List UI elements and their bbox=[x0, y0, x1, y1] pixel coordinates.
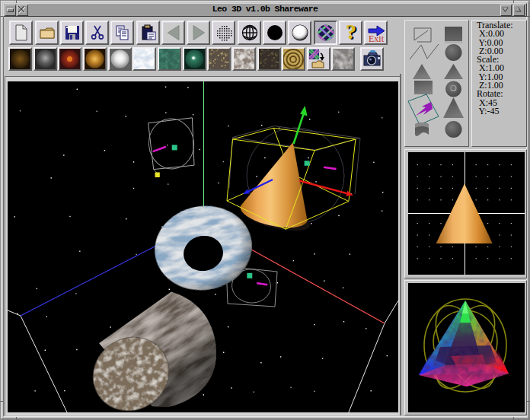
svg-text:?: ? bbox=[346, 23, 356, 43]
svg-text:Exit: Exit bbox=[369, 33, 385, 43]
